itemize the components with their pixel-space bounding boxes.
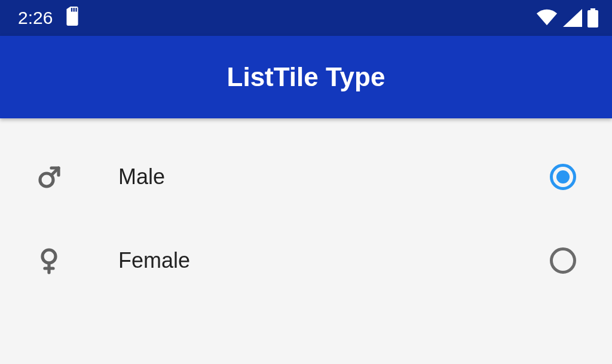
svg-rect-1 (74, 8, 75, 11)
tile-label: Female (118, 248, 190, 273)
wifi-icon (536, 9, 558, 27)
svg-rect-4 (587, 10, 598, 27)
female-icon (35, 246, 76, 275)
status-time: 2:26 (18, 8, 53, 28)
app-bar: ListTile Type (0, 36, 612, 118)
svg-rect-0 (71, 8, 72, 11)
male-icon (35, 163, 76, 191)
list-tile-male[interactable]: Male (0, 135, 612, 219)
cell-signal-icon (563, 9, 582, 27)
svg-rect-2 (76, 8, 77, 11)
status-right (536, 8, 599, 27)
appbar-title: ListTile Type (227, 62, 385, 92)
battery-icon (587, 8, 599, 27)
options-list: Male Female (0, 118, 612, 302)
list-tile-female[interactable]: Female (0, 219, 612, 302)
status-left: 2:26 (18, 7, 80, 30)
radio-female[interactable] (550, 247, 576, 274)
svg-point-7 (42, 250, 56, 263)
radio-male[interactable] (550, 164, 576, 190)
sd-card-icon (65, 7, 80, 30)
android-status-bar: 2:26 (0, 0, 612, 36)
tile-label: Male (118, 164, 165, 189)
